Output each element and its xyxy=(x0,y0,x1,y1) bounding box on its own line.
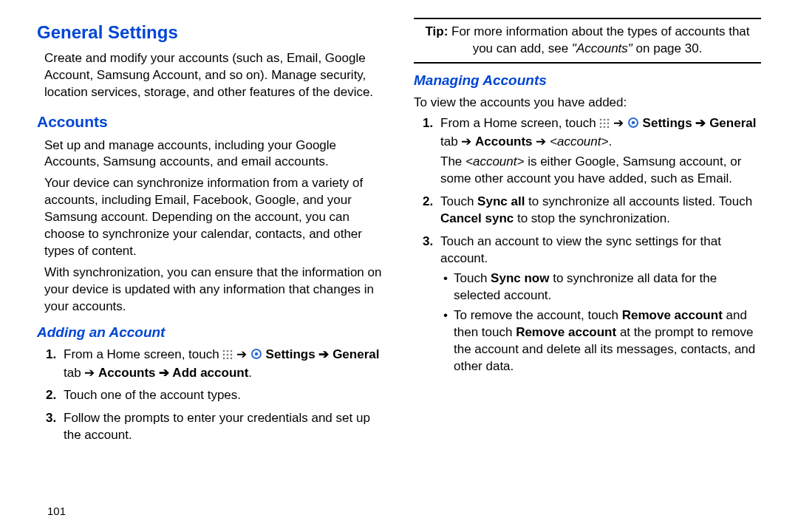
apps-grid-icon xyxy=(599,117,610,134)
text: to stop the synchronization. xyxy=(514,211,670,225)
text-tab: tab ➔ xyxy=(64,366,98,380)
step-number: 1. xyxy=(46,347,56,364)
add-step-3: 3. Follow the prompts to enter your cred… xyxy=(46,410,384,444)
svg-point-1 xyxy=(227,349,229,352)
step-number: 2. xyxy=(423,194,433,211)
bold-accounts-add: Accounts ➔ Add account xyxy=(98,366,248,380)
bullet-sync-now: Touch Sync now to synchronize all data f… xyxy=(443,270,761,304)
bold-settings: Settings ➔ xyxy=(643,116,710,130)
bold-remove-account: Remove account xyxy=(622,308,723,322)
italic-account: <account> xyxy=(550,134,608,149)
add-step-1: 1. From a Home screen, touch ➔ Settings … xyxy=(46,347,384,382)
svg-point-14 xyxy=(600,123,602,125)
step1-explanation: The <account> is either Google, Samsung … xyxy=(440,154,761,188)
bold-cancel-sync: Cancel sync xyxy=(440,211,514,225)
tip-ref: "Accounts" xyxy=(572,41,632,55)
bold-settings: Settings ➔ xyxy=(266,347,333,361)
step-text: From a Home screen, touch xyxy=(440,116,599,130)
text: to synchronize all accounts listed. Touc… xyxy=(525,194,752,208)
heading-adding-account: Adding an Account xyxy=(37,323,384,342)
step3-bullets: Touch Sync now to synchronize all data f… xyxy=(443,270,761,375)
svg-point-12 xyxy=(604,119,606,121)
para-general-intro: Create and modify your accounts (such as… xyxy=(44,50,384,101)
svg-point-7 xyxy=(227,357,229,359)
manage-step-1: 1. From a Home screen, touch ➔ Settings … xyxy=(423,115,761,188)
managing-steps: 1. From a Home screen, touch ➔ Settings … xyxy=(423,115,761,375)
para-accounts-2: Your device can synchronize information … xyxy=(44,175,384,260)
period: . xyxy=(608,134,612,149)
adding-account-steps: 1. From a Home screen, touch ➔ Settings … xyxy=(46,347,384,445)
heading-accounts: Accounts xyxy=(37,112,384,132)
text: Touch xyxy=(454,271,491,285)
bold-accounts: Accounts xyxy=(475,134,532,149)
page-number: 101 xyxy=(47,504,66,519)
manage-step-3: 3. Touch an account to view the sync set… xyxy=(423,233,761,375)
right-column: Tip: For more information about the type… xyxy=(406,18,768,525)
para-accounts-3: With synchronization, you can ensure tha… xyxy=(44,265,384,316)
text: The xyxy=(440,154,466,168)
italic-account: <account> xyxy=(466,154,524,168)
heading-managing-accounts: Managing Accounts xyxy=(414,71,761,90)
step-number: 3. xyxy=(46,410,56,427)
svg-point-3 xyxy=(223,353,225,355)
svg-point-0 xyxy=(223,349,225,352)
bold-sync-now: Sync now xyxy=(491,271,549,285)
tip-text-b: on page 30. xyxy=(632,41,703,55)
tip-label: Tip: xyxy=(425,24,448,38)
svg-point-17 xyxy=(600,126,602,129)
step-text: Touch an account to view the sync settin… xyxy=(440,234,721,265)
step-number: 3. xyxy=(423,233,433,250)
arrow2: ➔ xyxy=(533,134,550,149)
manual-page: General Settings Create and modify your … xyxy=(0,0,798,532)
period: . xyxy=(248,366,252,380)
text: To remove the account, touch xyxy=(454,308,622,322)
step-number: 1. xyxy=(423,115,433,132)
apps-grid-icon xyxy=(222,348,233,365)
settings-gear-icon xyxy=(627,117,639,134)
text: Touch xyxy=(440,194,477,208)
bullet-remove-account: To remove the account, touch Remove acco… xyxy=(443,307,761,375)
bold-remove-account-2: Remove account xyxy=(516,325,616,339)
heading-general-settings: General Settings xyxy=(37,21,384,44)
para-view-accounts: To view the accounts you have added: xyxy=(414,95,761,112)
svg-point-18 xyxy=(604,126,606,129)
arrow: ➔ xyxy=(610,116,627,130)
bold-general: General xyxy=(709,116,756,130)
svg-point-4 xyxy=(227,353,229,355)
svg-point-11 xyxy=(600,119,602,121)
tip-box: Tip: For more information about the type… xyxy=(414,18,761,64)
step-text: From a Home screen, touch xyxy=(64,347,222,361)
arrow: ➔ xyxy=(233,347,250,361)
add-step-2: 2. Touch one of the account types. xyxy=(46,387,384,404)
settings-gear-icon xyxy=(250,348,262,365)
svg-point-21 xyxy=(632,121,635,125)
left-column: General Settings Create and modify your … xyxy=(30,18,392,525)
step-number: 2. xyxy=(46,387,56,404)
svg-point-10 xyxy=(255,352,259,355)
step-text: Touch one of the account types. xyxy=(64,388,241,402)
bold-sync-all: Sync all xyxy=(477,194,525,208)
svg-point-15 xyxy=(604,123,606,125)
text-tab: tab ➔ xyxy=(440,134,475,149)
svg-point-6 xyxy=(223,357,225,359)
bold-general: General xyxy=(332,347,379,361)
manage-step-2: 2. Touch Sync all to synchronize all acc… xyxy=(423,194,761,228)
step-text: Follow the prompts to enter your credent… xyxy=(64,411,370,442)
para-accounts-1: Set up and manage accounts, including yo… xyxy=(44,137,384,171)
